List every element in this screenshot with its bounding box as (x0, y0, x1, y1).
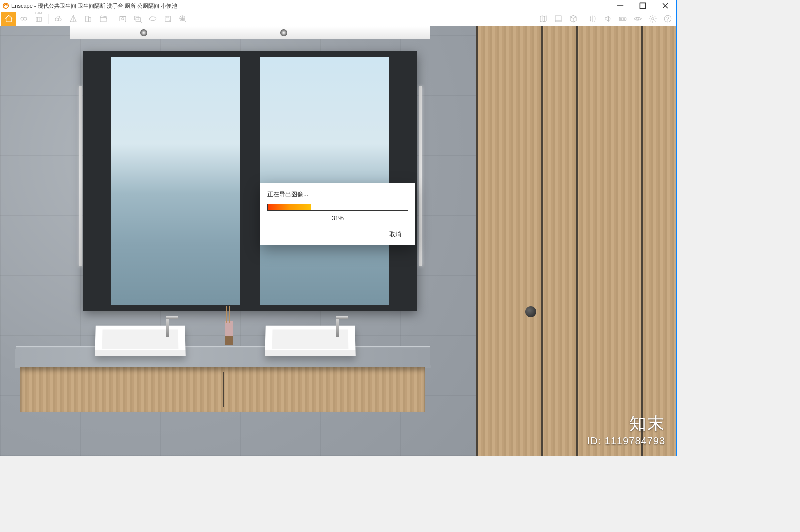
svg-point-34 (637, 17, 640, 20)
watermark-id: ID: 1119784793 (588, 435, 666, 447)
svg-text:360°: 360° (151, 16, 155, 18)
watermark: 知末 ID: 1119784793 (588, 412, 666, 447)
settings-icon[interactable] (646, 12, 660, 26)
svg-point-37 (668, 21, 668, 21)
progress-bar-fill (268, 204, 312, 210)
watermark-brand: 知末 (588, 412, 666, 435)
svg-rect-7 (36, 17, 42, 21)
dialog-title: 正在导出图像... (268, 190, 408, 199)
svg-point-17 (122, 17, 124, 20)
svg-point-11 (58, 18, 62, 21)
web-export-icon[interactable] (176, 12, 190, 26)
svg-point-32 (621, 18, 622, 19)
visibility-icon[interactable] (630, 12, 646, 26)
asset-library-icon[interactable] (551, 12, 566, 26)
compare-icon[interactable] (586, 12, 600, 26)
perspective-icon[interactable] (66, 12, 81, 26)
window-title: Enscape - 现代公共卫生间 卫生间隔断 洗手台 厕所 公厕隔间 小便池 (12, 2, 178, 10)
toolbar-separator (48, 14, 49, 24)
screenshot-icon[interactable] (116, 12, 130, 26)
toolbar-separator (583, 14, 584, 24)
clapper-icon[interactable] (96, 12, 111, 26)
svg-point-33 (624, 18, 626, 19)
svg-text:EXE: EXE (166, 16, 170, 18)
binoculars-icon[interactable] (51, 12, 66, 26)
svg-rect-2 (640, 3, 646, 8)
svg-rect-14 (89, 17, 92, 21)
close-button[interactable] (654, 0, 676, 11)
toolbar: BIM 360° EXE (0, 11, 676, 26)
toolbar-separator (113, 14, 114, 24)
enscape-app-icon (2, 2, 10, 9)
help-icon[interactable] (660, 12, 676, 26)
home-icon[interactable] (2, 12, 16, 26)
titlebar: Enscape - 现代公共卫生间 卫生间隔断 洗手台 厕所 公厕隔间 小便池 (0, 0, 676, 11)
minimize-button[interactable] (609, 0, 632, 11)
svg-rect-15 (100, 17, 106, 21)
svg-rect-13 (86, 16, 89, 21)
svg-point-10 (56, 18, 58, 21)
batch-export-icon[interactable] (130, 12, 146, 26)
export-progress-dialog: 正在导出图像... 31% 取消 (260, 183, 416, 245)
svg-rect-19 (136, 17, 140, 21)
svg-point-0 (4, 3, 9, 9)
cube-icon[interactable] (566, 12, 581, 26)
map-icon[interactable] (536, 12, 551, 26)
link-icon[interactable] (16, 12, 32, 26)
maximize-button[interactable] (632, 0, 654, 11)
app-window: Enscape - 现代公共卫生间 卫生间隔断 洗手台 厕所 公厕隔间 小便池 … (0, 0, 677, 456)
progress-bar (268, 204, 408, 211)
svg-rect-27 (556, 16, 562, 22)
bim-icon[interactable]: BIM (32, 12, 46, 26)
exe-export-icon[interactable]: EXE (160, 12, 176, 26)
progress-percent-label: 31% (268, 215, 408, 222)
cancel-button[interactable]: 取消 (382, 229, 408, 240)
vr-icon[interactable] (616, 12, 630, 26)
building-icon[interactable] (81, 12, 96, 26)
panorama-icon[interactable]: 360° (146, 12, 160, 26)
sound-icon[interactable] (600, 12, 616, 26)
svg-rect-18 (134, 16, 139, 20)
svg-point-35 (652, 17, 654, 20)
svg-point-5 (21, 17, 24, 20)
svg-rect-16 (120, 16, 126, 21)
svg-point-6 (24, 17, 27, 20)
